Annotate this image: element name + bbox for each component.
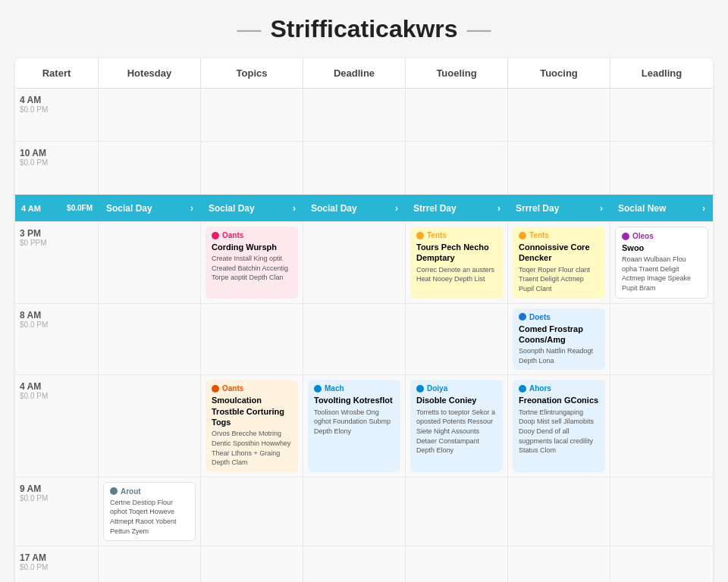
col-header-ratert: Ratert <box>15 58 99 88</box>
data-cell-r1-c0 <box>99 142 201 194</box>
time-label-0: 4 AM$0.0 PM <box>15 89 99 141</box>
data-cell-r1-c5 <box>610 142 713 194</box>
data-cell-r5-c0 <box>99 375 201 476</box>
page-title: Strifficaticakwrs <box>15 15 713 43</box>
data-cell-r5-c3: DoiyaDisoble ConieyTorretts to toeptor S… <box>406 375 508 476</box>
data-cell-r3-c3: TentsTours Pech Necho DemptaryCorrec Den… <box>406 222 508 303</box>
time-row-5: 4 AM$0.0 PMOantsSmoulcation Trostble Cor… <box>15 375 713 477</box>
time-row-1: 10 AM$0.0 PM <box>15 142 713 195</box>
event-card[interactable]: OantsSmoulcation Trostble Corturing Togs… <box>206 380 298 471</box>
social-cell-4[interactable]: Srrrel Day› <box>508 203 610 214</box>
time-label-5: 4 AM$0.0 PM <box>15 375 99 476</box>
social-cell-2[interactable]: Social Day› <box>303 203 406 214</box>
data-cell-r4-c3 <box>406 304 508 375</box>
data-cell-r0-c0 <box>99 89 201 141</box>
col-header-leadling: Leadling <box>610 58 713 88</box>
data-cell-r5-c1: OantsSmoulcation Trostble Corturing Togs… <box>201 375 303 476</box>
data-cell-r0-c4 <box>508 89 610 141</box>
data-cell-r1-c2 <box>303 142 406 194</box>
data-cell-r4-c1 <box>201 304 303 375</box>
data-cell-r3-c1: OantsCording WursphCreate Install King o… <box>201 222 303 303</box>
time-row-4: 8 AM$0.0 PMDoetsComed Frostrap Coons/Amg… <box>15 304 713 376</box>
event-card[interactable]: DoetsComed Frostrap Coons/AmgSoonpth Nat… <box>513 308 605 371</box>
social-cell-3[interactable]: Strrel Day› <box>406 203 508 214</box>
event-card[interactable]: OantsCording WursphCreate Install King o… <box>206 227 298 299</box>
time-label-1: 10 AM$0.0 PM <box>15 142 99 194</box>
time-label-6: 9 AM$0.0 PM <box>15 477 99 546</box>
data-cell-r4-c2 <box>303 304 406 375</box>
event-card[interactable]: OleosSwooRoaan Wulbaan Flou opha Traent … <box>615 227 708 299</box>
data-cell-r7-c1 <box>201 546 303 582</box>
data-cell-r6-c3 <box>406 477 508 546</box>
social-time-cell: 4 AM$0.0FM <box>15 204 99 213</box>
data-cell-r5-c4: AhorsFreonation GConicsTortne Elintrunga… <box>508 375 610 476</box>
data-cell-r0-c1 <box>201 89 303 141</box>
data-cell-r7-c5 <box>610 546 713 582</box>
data-cell-r7-c3 <box>406 546 508 582</box>
data-cell-r7-c2 <box>303 546 406 582</box>
time-row-2: 4 AM$0.0FMSocial Day›Social Day›Social D… <box>15 195 713 222</box>
calendar-header: RatertHotesdayTopicsDeadlineTuoelingTuoc… <box>15 58 713 89</box>
data-cell-r5-c2: MachTovolting KotresflotToolison Wrosbe … <box>303 375 406 476</box>
col-header-hotesday: Hotesday <box>99 58 201 88</box>
col-header-tuocing: Tuocing <box>508 58 610 88</box>
data-cell-r6-c4 <box>508 477 610 546</box>
data-cell-r5-c5 <box>610 375 713 476</box>
calendar-wrapper: RatertHotesdayTopicsDeadlineTuoelingTuoc… <box>15 58 713 582</box>
event-card[interactable]: TentsConnoissive Core DenckerToqer Roper… <box>513 227 605 299</box>
time-row-3: 3 PM$0 PPMOantsCording WursphCreate Inst… <box>15 222 713 304</box>
data-cell-r3-c0 <box>99 222 201 303</box>
data-cell-r6-c0: AroutCertne Destiop Flour ophot Toqert H… <box>99 477 201 546</box>
data-cell-r1-c1 <box>201 142 303 194</box>
data-cell-r6-c5 <box>610 477 713 546</box>
data-cell-r1-c4 <box>508 142 610 194</box>
data-cell-r4-c0 <box>99 304 201 375</box>
data-cell-r4-c5 <box>610 304 713 375</box>
data-cell-r3-c5: OleosSwooRoaan Wulbaan Flou opha Traent … <box>610 222 713 303</box>
col-header-deadline: Deadline <box>303 58 406 88</box>
data-cell-r6-c1 <box>201 477 303 546</box>
event-card[interactable]: AroutCertne Destiop Flour ophot Toqert H… <box>103 482 196 541</box>
data-cell-r0-c2 <box>303 89 406 141</box>
data-cell-r4-c4: DoetsComed Frostrap Coons/AmgSoonpth Nat… <box>508 304 610 375</box>
col-header-topics: Topics <box>201 58 303 88</box>
data-cell-r0-c5 <box>610 89 713 141</box>
time-row-6: 9 AM$0.0 PMAroutCertne Destiop Flour oph… <box>15 477 713 546</box>
data-cell-r1-c3 <box>406 142 508 194</box>
data-cell-r7-c0 <box>99 546 201 582</box>
time-label-7: 17 AM$0.0 PM <box>15 546 99 582</box>
calendar-body: 4 AM$0.0 PM10 AM$0.0 PM4 AM$0.0FMSocial … <box>15 89 713 582</box>
data-cell-r6-c2 <box>303 477 406 546</box>
event-card[interactable]: TentsTours Pech Necho DemptaryCorrec Den… <box>410 227 503 299</box>
data-cell-r0-c3 <box>406 89 508 141</box>
time-row-7: 17 AM$0.0 PM <box>15 546 713 582</box>
event-card[interactable]: MachTovolting KotresflotToolison Wrosbe … <box>308 380 400 471</box>
col-header-tuoeling: Tuoeling <box>406 58 508 88</box>
data-cell-r7-c4 <box>508 546 610 582</box>
event-card[interactable]: DoiyaDisoble ConieyTorretts to toeptor S… <box>410 380 503 471</box>
social-cell-5[interactable]: Social New› <box>610 203 713 214</box>
event-card[interactable]: AhorsFreonation GConicsTortne Elintrunga… <box>513 380 605 471</box>
social-cell-0[interactable]: Social Day› <box>99 203 201 214</box>
time-label-3: 3 PM$0 PPM <box>15 222 99 303</box>
time-label-4: 8 AM$0.0 PM <box>15 304 99 375</box>
data-cell-r3-c4: TentsConnoissive Core DenckerToqer Roper… <box>508 222 610 303</box>
time-row-0: 4 AM$0.0 PM <box>15 89 713 142</box>
social-cell-1[interactable]: Social Day› <box>201 203 303 214</box>
data-cell-r3-c2 <box>303 222 406 303</box>
